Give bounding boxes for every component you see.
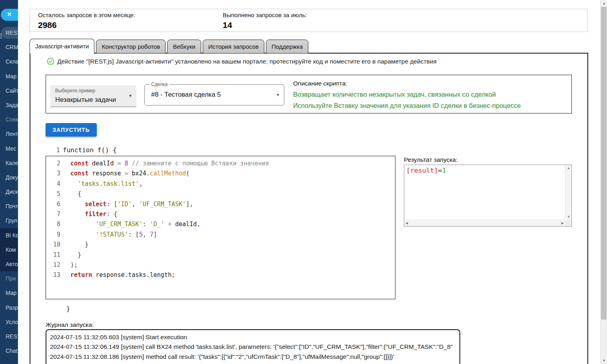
- scroll-right-icon[interactable]: ▶: [561, 221, 564, 225]
- result-hscrollbar[interactable]: ◀ ▶: [404, 220, 565, 226]
- chevron-down-icon: ▼: [276, 93, 280, 97]
- sidebar-item-при[interactable]: При: [0, 271, 18, 286]
- scrollbar-thumb[interactable]: [601, 7, 607, 320]
- sidebar-item-разр[interactable]: Разр: [0, 300, 18, 315]
- sidebar-item-label: CRM: [6, 44, 18, 50]
- scroll-down-icon[interactable]: ▼: [567, 215, 570, 219]
- deal-select-label: Сделка: [150, 82, 169, 87]
- run-button[interactable]: ЗАПУСТИТЬ: [46, 123, 97, 137]
- code-line-number: 9: [46, 230, 60, 240]
- sidebar-item-crm[interactable]: CRM: [0, 40, 18, 54]
- code-line: 3 const response = bx24.callMethod(: [46, 169, 395, 179]
- result-value: 1: [442, 167, 446, 174]
- sidebar-item-мес[interactable]: Мес: [0, 141, 18, 156]
- sidebar-item-label: REST: [6, 30, 18, 36]
- code-line-number: 10: [46, 240, 60, 250]
- sidebar-item-label: Диск: [6, 189, 18, 195]
- chevron-down-icon: ▼: [128, 93, 132, 98]
- script-description: Описание скрипта: Возвращает количество …: [293, 80, 521, 109]
- sidebar-item-bi-ко[interactable]: BI Ко: [0, 228, 18, 243]
- deal-select-value: #8 - Тестовая сделка 5: [151, 91, 221, 98]
- sidebar-item-кале[interactable]: Кале: [0, 156, 18, 170]
- sidebar-item-ком[interactable]: Ком: [0, 243, 18, 257]
- sidebar-item-label: Усло: [6, 319, 18, 325]
- example-select[interactable]: Выберите пример Незакрытые задачи ▼: [50, 85, 136, 107]
- sidebar-item-усло[interactable]: Усло: [0, 315, 18, 329]
- code-line: 8 'UF_CRM_TASK': 'D_' + dealId,: [46, 219, 395, 229]
- stat-remaining-value: 2986: [38, 20, 135, 30]
- code-line: 11 }: [46, 250, 395, 260]
- code-line-text: );: [63, 260, 78, 270]
- sidebar-item-chat[interactable]: Chat: [0, 344, 18, 358]
- sidebar-item-скла[interactable]: Скла: [0, 54, 18, 69]
- sidebar-item-rest[interactable]: REST: [0, 26, 18, 40]
- sidebar-item-rest[interactable]: REST: [0, 329, 18, 344]
- sidebar-item-мар[interactable]: Мар: [0, 286, 18, 300]
- code-line: 4 'tasks.task.list',: [46, 179, 395, 189]
- tab-поддержка[interactable]: Поддержка: [266, 40, 308, 54]
- sidebar-item-label: Разр: [6, 304, 18, 311]
- code-line-text: filter: {: [63, 209, 117, 219]
- sidebar-item-label: Доку: [6, 174, 18, 181]
- code-editor[interactable]: 2 const dealId = 8 // замените с помощью…: [46, 156, 395, 299]
- sidebar-item-авто[interactable]: Авто: [0, 257, 18, 271]
- tab-история-запросов[interactable]: История запросов: [203, 40, 264, 54]
- code-line-text: {: [63, 189, 81, 199]
- code-line: 2 const dealId = 8 // замените с помощью…: [46, 159, 395, 169]
- result-vscrollbar[interactable]: ▲ ▼: [565, 165, 571, 220]
- sidebar-item-label: Совм: [6, 116, 18, 123]
- script-description-title: Описание скрипта:: [293, 80, 521, 87]
- code-line-number: 2: [46, 159, 60, 169]
- code-line-text: select: ['ID', 'UF_CRM_TASK'],: [63, 199, 193, 209]
- code-line-number: 1: [46, 146, 60, 154]
- sidebar-item-груп[interactable]: Груп: [0, 213, 18, 228]
- tab-конструктор-роботов[interactable]: Конструктор роботов: [96, 40, 166, 54]
- tab-javascript-активити[interactable]: Javascript-активити: [30, 39, 94, 54]
- result-equals: =: [438, 167, 442, 174]
- code-line-text: 'tasks.task.list',: [63, 179, 143, 189]
- sidebar-item-label: Кале: [6, 160, 18, 166]
- sidebar-item-label: При: [6, 275, 16, 282]
- sidebar-item-почт[interactable]: Почт: [0, 199, 18, 213]
- log-line: 2024-07-15 11:32:05.603 [system] Start e…: [50, 332, 456, 342]
- code-line-number: 12: [46, 260, 60, 270]
- deal-select[interactable]: Сделка #8 - Тестовая сделка 5 ▼: [144, 84, 284, 105]
- sidebar-item-диск[interactable]: Диск: [0, 185, 18, 199]
- code-line-text: }: [63, 250, 81, 260]
- scroll-down-icon[interactable]: ▼: [601, 357, 607, 364]
- code-line-text: }: [63, 240, 88, 250]
- scroll-up-icon[interactable]: ▲: [567, 166, 570, 170]
- log-output[interactable]: 2024-07-15 11:32:05.603 [system] Start e…: [46, 329, 460, 364]
- sidebar-item-label: Chat: [6, 348, 18, 354]
- sidebar-item-мар[interactable]: Мар: [0, 69, 18, 84]
- sidebar-item-label: Сайт: [6, 88, 18, 94]
- tab-вебхуки[interactable]: Вебхуки: [167, 40, 201, 54]
- app-root: Би ✕ RESTCRMСклаМарСайтЗадаСовмЛентМесКа…: [0, 0, 607, 364]
- code-line-text: const dealId = 8 // замените с помощью В…: [63, 159, 269, 169]
- sidebar-item-сайт[interactable]: Сайт: [0, 84, 18, 98]
- code-line: 5 {: [46, 189, 395, 199]
- close-menu-button[interactable]: ✕: [1, 9, 18, 21]
- result-label: Результат запуска:: [404, 156, 457, 163]
- sidebar-item-зада[interactable]: Зада: [0, 98, 18, 112]
- code-line-text: const response = bx24.callMethod(: [63, 169, 190, 179]
- sidebar-item-label: Мар: [6, 73, 16, 80]
- result-key: [result]: [406, 167, 438, 174]
- scroll-up-icon[interactable]: ▲: [601, 0, 607, 7]
- sidebar-item-совм[interactable]: Совм: [0, 112, 18, 127]
- log-line: 2024-07-15 11:32:08.231 [system] Finishe…: [50, 362, 456, 364]
- result-output[interactable]: [result]=1 ▲ ▼ ◀ ▶: [404, 165, 572, 227]
- params-box: Выберите пример Незакрытые задачи ▼ Сдел…: [46, 75, 572, 113]
- scroll-left-icon[interactable]: ◀: [405, 221, 408, 225]
- sidebar-item-label: REST: [6, 333, 18, 340]
- sidebar-item-лент[interactable]: Лент: [0, 127, 18, 141]
- example-select-label: Выберите пример: [55, 88, 95, 93]
- sidebar-item-label: Ком: [6, 247, 16, 253]
- stat-done-label: Выполнено запросов за июль:: [223, 12, 307, 18]
- stat-remaining: Осталось запросов в этом месяце: 2986: [38, 12, 135, 30]
- code-line: 12 );: [46, 260, 395, 270]
- sidebar-item-доку[interactable]: Доку: [0, 170, 18, 185]
- scrollbar-corner: [565, 220, 571, 226]
- page-scrollbar[interactable]: ▲ ▼: [600, 0, 607, 364]
- sidebar-menu: RESTCRMСклаМарСайтЗадаСовмЛентМесКалеДок…: [0, 26, 18, 358]
